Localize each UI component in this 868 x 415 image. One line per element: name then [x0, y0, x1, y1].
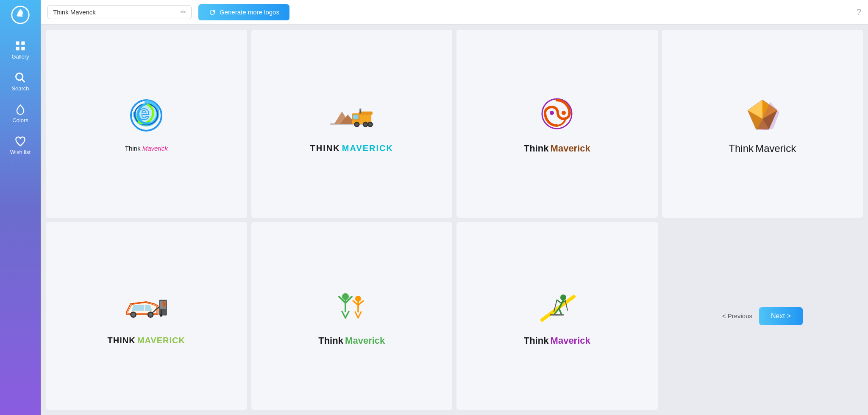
heart-icon	[14, 135, 26, 147]
logo-graphic-6	[326, 286, 377, 328]
app-logo	[10, 4, 31, 25]
generate-button[interactable]: Generate more logos	[198, 4, 289, 20]
sidebar: Gallery Search Colors Wish list	[0, 0, 41, 415]
logo-graphic-3	[531, 94, 582, 136]
svg-point-5	[16, 73, 23, 80]
logo-card-6[interactable]: Think Maverick	[251, 222, 453, 410]
logo-text-2: THINK MAVERICK	[310, 143, 393, 153]
svg-point-26	[550, 111, 554, 115]
svg-line-50	[358, 312, 361, 318]
logo-text-6: Think Maverick	[318, 335, 385, 346]
logo-text-4: Think Maverick	[729, 143, 796, 154]
svg-point-21	[368, 123, 371, 126]
svg-point-25	[562, 111, 566, 115]
svg-line-47	[345, 311, 349, 318]
logo-card-7[interactable]: Think Maverick	[456, 222, 658, 410]
sidebar-item-colors[interactable]: Colors	[0, 98, 41, 129]
svg-point-17	[355, 123, 358, 126]
help-icon[interactable]: ?	[857, 7, 861, 17]
logo-text-1: Think Maverick	[125, 145, 168, 152]
svg-point-48	[355, 296, 361, 302]
logo-graphic-7	[531, 286, 582, 328]
logo-card-2[interactable]: THINK MAVERICK	[251, 30, 453, 218]
sidebar-item-wishlist[interactable]: Wish list	[0, 129, 41, 161]
svg-point-42	[160, 314, 163, 317]
main-content: ✏ Generate more logos ? e	[41, 0, 868, 415]
search-icon	[14, 72, 26, 84]
svg-point-38	[149, 313, 153, 317]
logo-text-5: THINK MAVERICK	[108, 336, 185, 345]
grid-icon	[14, 40, 26, 52]
logo-card-1[interactable]: e Think Maverick	[46, 30, 247, 218]
sidebar-item-gallery[interactable]: Gallery	[0, 34, 41, 66]
nav-buttons-row: < Previous Next >	[722, 307, 803, 325]
logo-graphic-5	[121, 286, 172, 329]
logo-text-3: Think Maverick	[524, 143, 590, 154]
svg-point-36	[131, 313, 135, 317]
svg-point-52	[560, 294, 566, 300]
svg-rect-22	[359, 109, 361, 113]
logo-graphic-2	[326, 94, 377, 137]
previous-button[interactable]: < Previous	[722, 312, 752, 320]
search-input-wrapper[interactable]: ✏	[47, 5, 192, 19]
edit-icon[interactable]: ✏	[181, 8, 186, 16]
navigation-card: < Previous Next >	[662, 222, 863, 410]
logo-text-7: Think Maverick	[524, 335, 590, 346]
logo-grid: e Think Maverick	[41, 25, 868, 415]
logo-graphic-1: e	[121, 95, 172, 138]
logo-card-3[interactable]: Think Maverick	[456, 30, 658, 218]
svg-rect-41	[161, 310, 162, 314]
svg-line-6	[22, 79, 25, 82]
svg-line-46	[342, 311, 345, 318]
svg-line-49	[355, 312, 358, 318]
svg-point-23	[359, 108, 362, 110]
header: ✏ Generate more logos ?	[41, 0, 868, 25]
droplet-icon	[14, 104, 26, 115]
logo-card-5[interactable]: THINK MAVERICK	[46, 222, 247, 410]
logo-card-4[interactable]: Think Maverick	[662, 30, 863, 218]
svg-rect-14	[353, 115, 359, 119]
svg-rect-3	[16, 47, 19, 50]
next-button[interactable]: Next >	[759, 307, 803, 325]
svg-rect-2	[21, 42, 25, 45]
svg-rect-44	[163, 301, 165, 303]
sidebar-item-search[interactable]: Search	[0, 66, 41, 98]
svg-point-45	[342, 293, 349, 300]
logo-graphic-4	[737, 93, 788, 136]
svg-rect-1	[16, 42, 19, 45]
search-input[interactable]	[53, 8, 181, 16]
refresh-icon	[209, 8, 216, 16]
svg-rect-4	[21, 47, 25, 50]
svg-point-19	[364, 123, 367, 126]
